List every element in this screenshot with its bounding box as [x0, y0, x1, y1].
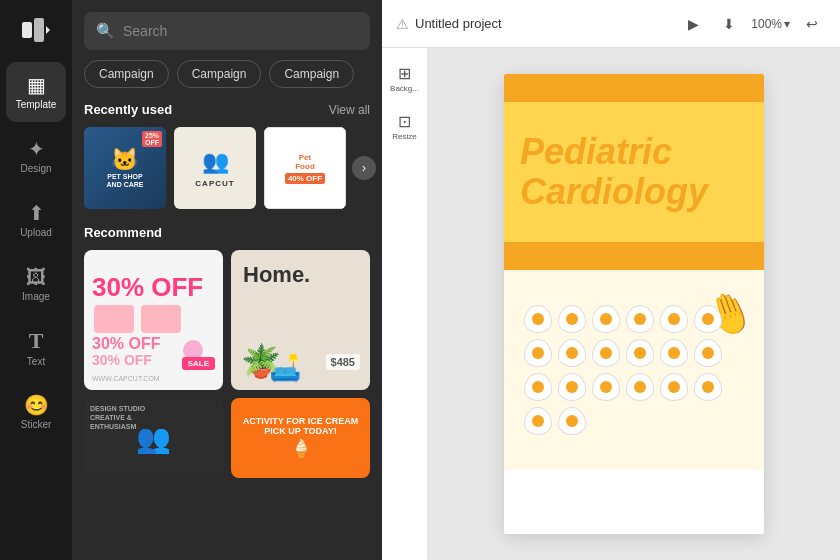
template-panel: 🔍 Campaign Campaign Campaign Recently us… [72, 0, 382, 560]
recent-thumb-petshop[interactable]: 🐱 PET SHOPAND CARE 25%OFF [84, 127, 166, 209]
filter-chips: Campaign Campaign Campaign [72, 60, 382, 98]
recommend-grid: 30% OFF 30% OFF 30% OFF SALE WWW.CAPCUT.… [84, 250, 370, 390]
sidebar-item-text[interactable]: T Text [6, 318, 66, 378]
sidebar-item-upload[interactable]: ⬆ Upload [6, 190, 66, 250]
sidebar: ▦ Template ✦ Design ⬆ Upload 🖼 Image T T… [0, 0, 72, 560]
sticker-icon: 😊 [24, 395, 49, 415]
design-studio-text: DESIGN STUDIOCREATIVE &ENTHUSIASM [90, 404, 145, 431]
project-title-area: ⚠ Untitled project [396, 16, 671, 32]
doc-body: 🤚 [504, 270, 764, 470]
canvas-toolbar: ⚠ Untitled project ▶ ⬇ 100% ▾ ↩ [382, 0, 840, 48]
filter-chip-3[interactable]: Campaign [269, 60, 354, 88]
recommend-card-sale[interactable]: 30% OFF 30% OFF 30% OFF SALE WWW.CAPCUT.… [84, 250, 223, 390]
sidebar-item-upload-label: Upload [20, 227, 52, 238]
recommend-card-home[interactable]: Home. 🪴 🛋️ $485 [231, 250, 370, 390]
doc-subtitle-bar [504, 242, 764, 270]
recommend-title: Recommend [84, 225, 162, 240]
sidebar-item-sticker[interactable]: 😊 Sticker [6, 382, 66, 442]
filter-chip-2[interactable]: Campaign [177, 60, 262, 88]
recent-thumb-petfood[interactable]: PetFood 40% OFF [264, 127, 346, 209]
sidebar-item-sticker-label: Sticker [21, 419, 52, 430]
sidebar-item-text-label: Text [27, 356, 45, 367]
next-button[interactable]: › [352, 156, 376, 180]
svg-rect-1 [34, 18, 44, 42]
search-input[interactable] [123, 23, 358, 39]
toolbar-right: ▶ ⬇ 100% ▾ ↩ [679, 10, 826, 38]
resize-label: Resize [392, 132, 416, 141]
background-label: Backg... [390, 84, 419, 93]
recommend-header: Recommend [84, 225, 370, 240]
eggs-pattern [514, 295, 754, 445]
home-price: $485 [326, 354, 360, 370]
image-icon: 🖼 [26, 267, 46, 287]
bottom-grid: 👥 DESIGN STUDIOCREATIVE &ENTHUSIASM ACTI… [84, 398, 370, 478]
group-icon: 👥 [202, 149, 229, 175]
play-button[interactable]: ▶ [679, 10, 707, 38]
svg-rect-0 [22, 22, 32, 38]
app-logo [16, 10, 56, 50]
canvas-area: ⚠ Untitled project ▶ ⬇ 100% ▾ ↩ ⊞ Backg.… [382, 0, 840, 560]
recently-used-title: Recently used [84, 102, 172, 117]
sidebar-item-template-label: Template [16, 99, 57, 110]
project-title: Untitled project [415, 16, 502, 31]
upload-icon: ⬆ [28, 203, 45, 223]
zoom-control[interactable]: 100% ▾ [751, 17, 790, 31]
recently-used-grid: 🐱 PET SHOPAND CARE 25%OFF 👥 CAPCUT PetFo… [84, 127, 370, 209]
sidebar-item-image-label: Image [22, 291, 50, 302]
sale-30-text: 30% OFF [92, 274, 203, 300]
off-badge: 40% OFF [285, 173, 325, 184]
sidebar-item-template[interactable]: ▦ Template [6, 62, 66, 122]
resize-action[interactable]: ⊡ Resize [388, 104, 422, 150]
doc-title: PediatricCardiology [520, 132, 708, 211]
icecream-icon: 🍦 [290, 438, 312, 460]
sidebar-item-image[interactable]: 🖼 Image [6, 254, 66, 314]
template-icon: ▦ [27, 75, 46, 95]
design-icon: ✦ [28, 139, 45, 159]
doc-header-bar [504, 74, 764, 102]
bottom-card-icecream[interactable]: ACTIVITY FOR ICE CREAMPICK UP TODAY! 🍦 [231, 398, 370, 478]
canvas-viewport: PediatricCardiology 🤚 [428, 48, 840, 560]
recent-thumb-capcut[interactable]: 👥 CAPCUT [174, 127, 256, 209]
view-all-button[interactable]: View all [329, 103, 370, 117]
sale-url: WWW.CAPCUT.COM [92, 375, 160, 382]
zoom-value: 100% [751, 17, 782, 31]
sofa-icon: 🛋️ [269, 353, 301, 384]
resize-icon: ⊡ [398, 114, 411, 130]
background-action[interactable]: ⊞ Backg... [388, 56, 422, 102]
doc-title-section: PediatricCardiology [504, 102, 764, 242]
download-button[interactable]: ⬇ [715, 10, 743, 38]
icecream-text: ACTIVITY FOR ICE CREAMPICK UP TODAY! [243, 416, 358, 436]
zoom-chevron-icon: ▾ [784, 17, 790, 31]
search-bar[interactable]: 🔍 [84, 12, 370, 50]
home-title: Home. [243, 262, 310, 288]
canvas-main: ⊞ Backg... ⊡ Resize PediatricCardiology … [382, 48, 840, 560]
warning-icon: ⚠ [396, 16, 409, 32]
sidebar-item-design-label: Design [20, 163, 51, 174]
search-icon: 🔍 [96, 22, 115, 40]
background-icon: ⊞ [398, 66, 411, 82]
filter-chip-1[interactable]: Campaign [84, 60, 169, 88]
sale-badge: SALE [182, 357, 215, 370]
bottom-card-team[interactable]: 👥 DESIGN STUDIOCREATIVE &ENTHUSIASM [84, 398, 223, 478]
canvas-document: PediatricCardiology 🤚 [504, 74, 764, 534]
sidebar-item-design[interactable]: ✦ Design [6, 126, 66, 186]
petfood-label: PetFood [295, 153, 315, 171]
panel-content: Recently used View all 🐱 PET SHOPAND CAR… [72, 98, 382, 560]
text-icon: T [29, 330, 44, 352]
undo-button[interactable]: ↩ [798, 10, 826, 38]
recently-used-header: Recently used View all [84, 102, 370, 117]
side-actions: ⊞ Backg... ⊡ Resize [382, 48, 428, 560]
